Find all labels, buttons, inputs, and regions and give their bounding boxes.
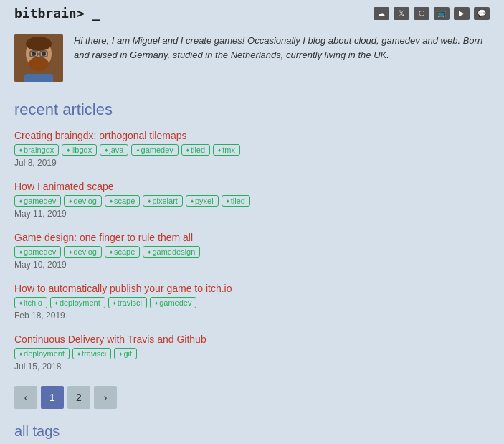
- youtube-icon[interactable]: ▶: [454, 7, 470, 20]
- svg-point-5: [42, 52, 46, 56]
- article-link[interactable]: How to automatically publish your game t…: [14, 283, 490, 294]
- article-link[interactable]: How I animated scape: [14, 181, 490, 192]
- article-item: How I animated scapegamedevdevlogscapepi…: [14, 181, 490, 219]
- github-icon[interactable]: ⬡: [414, 7, 429, 20]
- article-item: Continuous Delivery with Travis and Gith…: [14, 334, 490, 372]
- prev-page-button[interactable]: ‹: [14, 386, 37, 409]
- tag-deployment[interactable]: deployment: [50, 297, 105, 308]
- article-date: Jul 8, 2019: [14, 158, 490, 168]
- article-date: May 11, 2019: [14, 209, 490, 219]
- next-page-button[interactable]: ›: [94, 386, 117, 409]
- article-tags-row: itchiodeploymenttraviscigamedev: [14, 297, 490, 308]
- article-item: Game design: one finger to rule them all…: [14, 232, 490, 270]
- tag-deployment[interactable]: deployment: [14, 348, 70, 359]
- article-item: How to automatically publish your game t…: [14, 283, 490, 321]
- svg-point-2: [26, 37, 52, 51]
- article-link[interactable]: Continuous Delivery with Travis and Gith…: [14, 334, 490, 345]
- all-tags-title: all tags: [14, 423, 490, 440]
- tag-pyxel[interactable]: pyxel: [186, 195, 219, 207]
- page-1-button[interactable]: 1: [41, 386, 64, 409]
- tag-gamedev[interactable]: gamedev: [14, 246, 61, 258]
- social-icons-group: ☁ 𝕏 ⬡ 📺 ▶ 💬: [374, 7, 490, 20]
- tag-java[interactable]: java: [100, 144, 128, 156]
- svg-point-4: [32, 52, 36, 56]
- tag-travisci[interactable]: travisci: [108, 297, 147, 308]
- tag-itchio[interactable]: itchio: [14, 297, 47, 308]
- tag-gamedev[interactable]: gamedev: [150, 297, 196, 308]
- tag-braingdx[interactable]: braingdx: [14, 144, 59, 156]
- article-tags-row: gamedevdevlogscapegamedesign: [14, 246, 490, 258]
- twitter-icon[interactable]: 𝕏: [394, 7, 409, 20]
- site-title[interactable]: bitbrain> _: [14, 6, 100, 21]
- tag-devlog[interactable]: devlog: [64, 195, 102, 207]
- tag-gamedev[interactable]: gamedev: [131, 144, 178, 156]
- profile-section: Hi there, I am Miguel and I create games…: [14, 34, 490, 82]
- svg-point-3: [29, 57, 49, 71]
- tag-scape[interactable]: scape: [105, 195, 140, 207]
- article-date: May 10, 2019: [14, 260, 490, 270]
- article-item: Creating braingdx: orthogonal tilemapsbr…: [14, 130, 490, 168]
- tag-git[interactable]: git: [114, 348, 137, 359]
- tag-devlog[interactable]: devlog: [64, 246, 102, 258]
- discord-icon[interactable]: 💬: [474, 7, 490, 20]
- tag-tiled[interactable]: tiled: [181, 144, 210, 156]
- article-link[interactable]: Game design: one finger to rule them all: [14, 232, 490, 243]
- articles-list: Creating braingdx: orthogonal tilemapsbr…: [14, 130, 490, 372]
- pagination: ‹ 1 2 ›: [14, 386, 490, 409]
- article-tags-row: deploymenttraviscigit: [14, 348, 490, 359]
- tag-travisci[interactable]: travisci: [72, 348, 111, 359]
- tag-gamedev[interactable]: gamedev: [14, 195, 61, 207]
- page-2-button[interactable]: 2: [67, 386, 90, 409]
- soundcloud-icon[interactable]: ☁: [374, 7, 389, 20]
- bio-text: Hi there, I am Miguel and I create games…: [74, 34, 490, 62]
- avatar: [14, 34, 63, 82]
- article-date: Jul 15, 2018: [14, 362, 490, 372]
- article-tags-row: braingdxlibgdxjavagamedevtiledtmx: [14, 144, 490, 156]
- tag-pixelart[interactable]: pixelart: [143, 195, 183, 207]
- svg-rect-9: [24, 74, 53, 82]
- tag-gamedesign[interactable]: gamedesign: [143, 246, 200, 258]
- recent-articles-title: recent articles: [14, 100, 490, 119]
- tag-scape[interactable]: scape: [105, 246, 140, 258]
- article-link[interactable]: Creating braingdx: orthogonal tilemaps: [14, 130, 490, 141]
- tag-tmx[interactable]: tmx: [213, 144, 240, 156]
- twitch-icon[interactable]: 📺: [434, 7, 450, 20]
- article-tags-row: gamedevdevlogscapepixelartpyxeltiled: [14, 195, 490, 207]
- tag-libgdx[interactable]: libgdx: [62, 144, 97, 156]
- tag-tiled[interactable]: tiled: [222, 195, 250, 207]
- article-date: Feb 18, 2019: [14, 311, 490, 321]
